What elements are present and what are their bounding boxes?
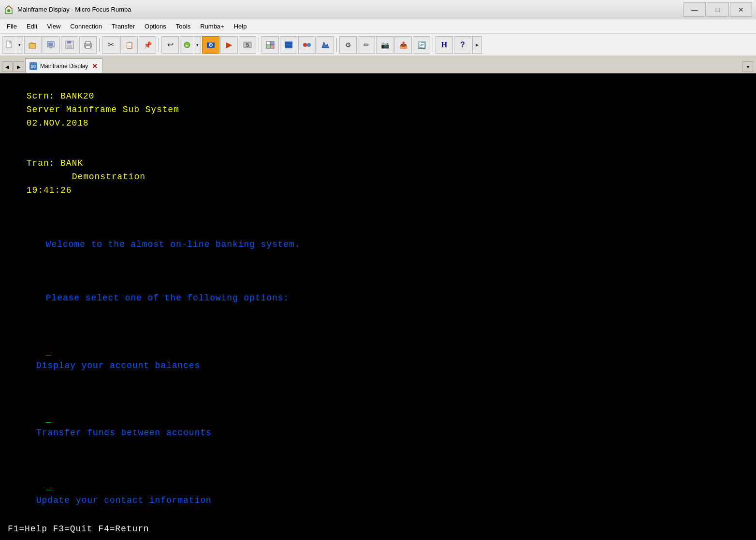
terminal-status-bar: F1=Help F3=Quit F4=Return bbox=[0, 519, 756, 540]
svg-rect-23 bbox=[270, 42, 274, 45]
font-button[interactable]: H bbox=[436, 36, 453, 54]
new-button[interactable] bbox=[2, 36, 15, 54]
tab-bar: ◀ ▶ 20 Mainframe Display ✕ ▾ bbox=[0, 56, 756, 73]
edit-button[interactable]: ✏ bbox=[358, 36, 375, 54]
tab-icon: 20 bbox=[29, 62, 37, 70]
help-button[interactable]: ? bbox=[454, 36, 471, 54]
separator-1 bbox=[99, 38, 100, 52]
svg-rect-22 bbox=[266, 42, 270, 45]
screenshot-button[interactable] bbox=[202, 36, 219, 54]
menu-options[interactable]: Options bbox=[140, 21, 171, 32]
terminal-area[interactable]: Scrn: BANK20 Server Mainframe Sub System… bbox=[0, 73, 756, 540]
tab-mainframe-display[interactable]: 20 Mainframe Display ✕ bbox=[25, 58, 103, 73]
export-button[interactable]: 📤 bbox=[394, 36, 412, 54]
svg-point-32 bbox=[307, 43, 311, 47]
connect-dropdown[interactable]: ▾ bbox=[194, 36, 201, 54]
menu-help[interactable]: Help bbox=[229, 21, 252, 32]
tab-overflow-button[interactable]: ▾ bbox=[742, 61, 753, 72]
svg-rect-11 bbox=[67, 45, 72, 48]
transfer2-button[interactable]: 🔄 bbox=[413, 36, 430, 54]
svg-rect-25 bbox=[270, 45, 274, 48]
svg-line-2 bbox=[9, 6, 12, 9]
tab-close-button[interactable]: ✕ bbox=[91, 62, 99, 70]
separator-4 bbox=[336, 38, 337, 52]
menu-tools[interactable]: Tools bbox=[171, 21, 195, 32]
terminal-blank-2 bbox=[4, 265, 752, 278]
menu-edit[interactable]: Edit bbox=[22, 21, 42, 32]
terminal-blank-4 bbox=[4, 386, 752, 399]
toolbar: ▾ ✂ 📋 📌 ↩ ► ▾ ▶ 5 ⚙ ✏ 📷 📤 bbox=[0, 34, 756, 56]
record-button[interactable]: 5 bbox=[239, 36, 256, 54]
svg-text:►: ► bbox=[185, 43, 189, 48]
svg-line-1 bbox=[5, 6, 9, 9]
open-button[interactable] bbox=[24, 36, 42, 54]
menu-file[interactable]: File bbox=[2, 21, 22, 32]
copy-button[interactable]: 📋 bbox=[120, 36, 138, 54]
tab-label: Mainframe Display bbox=[40, 63, 88, 70]
menu-bar: File Edit View Connection Transfer Optio… bbox=[0, 19, 756, 34]
close-button[interactable]: ✕ bbox=[730, 2, 752, 17]
terminal-blank-5 bbox=[4, 454, 752, 467]
svg-rect-8 bbox=[49, 47, 52, 48]
macro-button[interactable]: ▶ bbox=[220, 36, 238, 54]
tab-scroll-right[interactable]: ▶ bbox=[14, 61, 24, 72]
print-button[interactable] bbox=[79, 36, 97, 54]
svg-point-3 bbox=[7, 9, 10, 12]
new-dropdown[interactable]: ▾ bbox=[16, 36, 23, 54]
capture2-button[interactable]: 📷 bbox=[376, 36, 393, 54]
window-controls: — □ ✕ bbox=[683, 2, 752, 17]
svg-rect-13 bbox=[86, 42, 90, 44]
svg-point-31 bbox=[303, 43, 307, 47]
undo-button[interactable]: ↩ bbox=[161, 36, 179, 54]
tool1-button[interactable] bbox=[262, 36, 279, 54]
maximize-button[interactable]: □ bbox=[707, 2, 729, 17]
svg-rect-5 bbox=[29, 43, 36, 48]
title-bar: Mainframe Display - Micro Focus Rumba — … bbox=[0, 0, 756, 19]
terminal-header-tran: Tran: BANK Demonstration 19:41:26 bbox=[4, 143, 752, 211]
terminal-menu-item-3[interactable]: _ Update your contact information bbox=[4, 467, 752, 521]
copy-screen-button[interactable] bbox=[43, 36, 60, 54]
save-button[interactable] bbox=[61, 36, 78, 54]
minimize-button[interactable]: — bbox=[683, 2, 706, 17]
svg-text:5: 5 bbox=[246, 42, 249, 48]
terminal-blank-1 bbox=[4, 211, 752, 225]
svg-rect-14 bbox=[86, 46, 90, 48]
menu-connection[interactable]: Connection bbox=[65, 21, 107, 32]
terminal-prompt: Please select one of the following optio… bbox=[4, 278, 752, 319]
paste-button[interactable]: 📌 bbox=[139, 36, 156, 54]
window-title: Mainframe Display - Micro Focus Rumba bbox=[17, 6, 131, 13]
svg-point-19 bbox=[210, 44, 211, 45]
toolbar-overflow[interactable]: ▸ bbox=[472, 36, 482, 54]
tool4-button[interactable] bbox=[317, 36, 334, 54]
menu-transfer[interactable]: Transfer bbox=[107, 21, 140, 32]
tab-scroll-left[interactable]: ◀ bbox=[2, 61, 13, 72]
separator-2 bbox=[159, 38, 159, 52]
terminal-header-scrn: Scrn: BANK20 Server Mainframe Sub System… bbox=[4, 76, 752, 143]
settings-button[interactable]: ⚙ bbox=[339, 36, 357, 54]
separator-3 bbox=[259, 38, 259, 52]
connect-button[interactable]: ► bbox=[180, 36, 193, 54]
tool3-button[interactable] bbox=[298, 36, 316, 54]
cut-button[interactable]: ✂ bbox=[102, 36, 119, 54]
menu-view[interactable]: View bbox=[42, 21, 65, 32]
terminal-welcome: Welcome to the almost on-line banking sy… bbox=[4, 225, 752, 265]
terminal-menu-item-2[interactable]: _ Transfer funds between accounts bbox=[4, 399, 752, 454]
app-icon bbox=[4, 5, 14, 14]
tool2-button[interactable] bbox=[280, 36, 297, 54]
terminal-blank-3 bbox=[4, 319, 752, 332]
menu-rumba[interactable]: Rumba+ bbox=[195, 21, 229, 32]
terminal-menu-item-1[interactable]: _ Display your account balances bbox=[4, 332, 752, 386]
svg-rect-7 bbox=[48, 43, 53, 46]
svg-rect-24 bbox=[266, 45, 270, 48]
separator-5 bbox=[433, 38, 433, 52]
svg-rect-10 bbox=[67, 41, 71, 43]
